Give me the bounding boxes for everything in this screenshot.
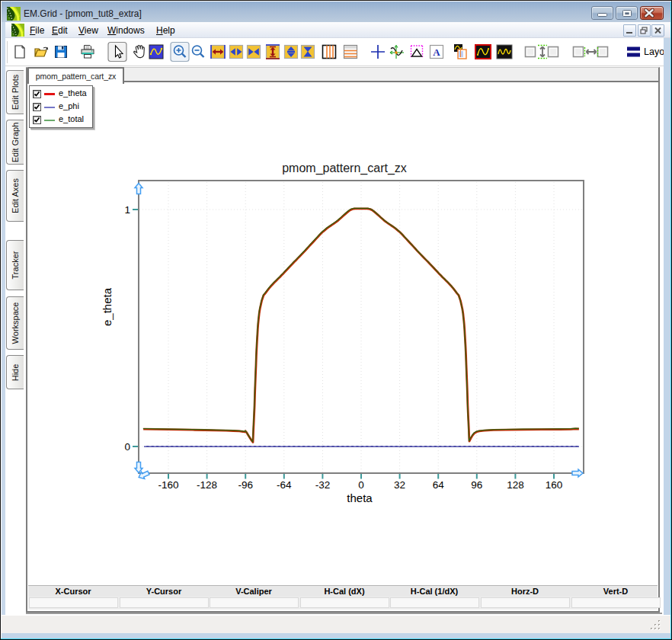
svg-text:pmom_pattern_cart_zx: pmom_pattern_cart_zx (282, 162, 407, 175)
svg-text:-64: -64 (277, 479, 292, 491)
svg-text:128: 128 (507, 479, 524, 491)
svg-text:-96: -96 (238, 479, 253, 491)
svg-text:e_theta: e_theta (101, 287, 114, 326)
svg-text:96: 96 (471, 479, 482, 491)
svg-text:-160: -160 (158, 479, 178, 491)
svg-text:64: 64 (433, 479, 445, 491)
svg-text:0: 0 (124, 441, 130, 453)
svg-text:1: 1 (124, 204, 130, 216)
svg-text:0: 0 (358, 479, 364, 491)
svg-text:32: 32 (394, 479, 405, 491)
svg-text:-32: -32 (315, 479, 331, 491)
svg-text:160: 160 (546, 479, 563, 491)
svg-text:theta: theta (347, 491, 373, 504)
svg-text:-128: -128 (197, 479, 217, 491)
